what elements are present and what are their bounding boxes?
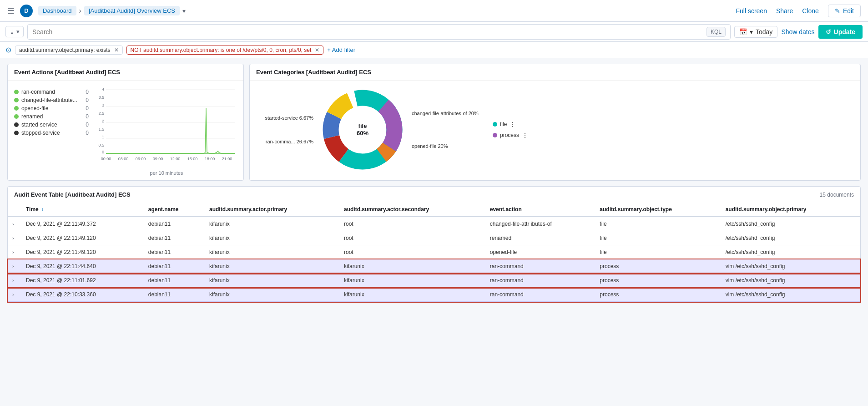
cell-agent: debian11	[144, 245, 205, 259]
cell-event-action: changed-file-attr ibutes-of	[485, 217, 595, 231]
save-icon: ⤓	[10, 28, 15, 35]
cell-actor-primary: kifarunix	[205, 288, 339, 302]
cell-object-primary: vim /etc/ssh/sshd_config	[721, 274, 860, 288]
search-bar: ⤓ ▾ KQL 📅 ▾ Today Show dates ↺ Update	[0, 22, 868, 42]
row-expand-btn[interactable]: ›	[12, 264, 14, 269]
chevron-down-icon[interactable]: ▾	[182, 7, 186, 15]
update-button[interactable]: ↺ Update	[818, 25, 863, 39]
filter-tag-2[interactable]: NOT auditd.summary.object.primary: is on…	[126, 46, 324, 55]
filter-tag-2-text: NOT auditd.summary.object.primary: is on…	[131, 47, 312, 53]
search-input-wrap: KQL	[27, 24, 731, 40]
svg-text:09:00: 09:00	[153, 157, 163, 161]
row-expand-btn[interactable]: ›	[12, 221, 14, 227]
th-time[interactable]: Time ↓	[21, 203, 144, 217]
outer-label-opened-file: opened-file 20%	[412, 143, 484, 149]
date-picker[interactable]: 📅 ▾ Today	[734, 26, 777, 38]
donut-legend-file-options[interactable]: ⋮	[510, 121, 516, 128]
svg-text:3: 3	[102, 103, 104, 107]
search-type-button[interactable]: ⤓ ▾	[5, 26, 24, 37]
event-actions-body: ran-command 0 changed-file-attribute... …	[8, 81, 243, 180]
filter-icon[interactable]: ⊙	[5, 46, 11, 54]
panels-row: Event Actions [Auditbeat Auditd] ECS ran…	[7, 64, 861, 181]
event-actions-chart: 4 3.5 3 2.5 2 1.5 1 0.5 0	[96, 85, 237, 176]
cell-agent: debian11	[144, 288, 205, 302]
kql-badge[interactable]: KQL	[707, 27, 726, 37]
row-expand-btn[interactable]: ›	[12, 278, 14, 283]
filter-bar: ⊙ auditd.summary.object.primary: exists …	[0, 42, 868, 58]
svg-text:3.5: 3.5	[98, 95, 104, 100]
refresh-icon: ↺	[826, 28, 831, 36]
filter-tag-1-close-icon[interactable]: ✕	[114, 47, 119, 53]
legend-item-4: started-service 0	[14, 122, 91, 128]
cell-time: Dec 9, 2021 @ 22:10:33.360	[21, 288, 144, 302]
th-actor-secondary[interactable]: auditd.summary.actor.secondary	[339, 203, 485, 217]
filter-tag-1[interactable]: auditd.summary.object.primary: exists ✕	[15, 46, 123, 55]
legend-dot-1	[14, 98, 19, 102]
donut-legend-process: process ⋮	[493, 132, 528, 139]
donut-legend-process-options[interactable]: ⋮	[522, 132, 528, 139]
share-link[interactable]: Share	[776, 7, 793, 15]
show-dates-button[interactable]: Show dates	[781, 28, 814, 36]
svg-text:0: 0	[102, 150, 104, 154]
svg-text:06:00: 06:00	[136, 157, 146, 161]
th-event-action[interactable]: event.action	[485, 203, 595, 217]
legend-dot-5	[14, 131, 19, 135]
cell-event-action: renamed	[485, 231, 595, 245]
top-nav: ☰ D Dashboard › [Auditbeat Auditd] Overv…	[0, 0, 868, 22]
svg-text:4: 4	[102, 87, 104, 91]
cell-agent: debian11	[144, 231, 205, 245]
cell-time: Dec 9, 2021 @ 22:11:49.120	[21, 245, 144, 259]
svg-text:2: 2	[102, 119, 104, 123]
audit-table-title: Audit Event Table [Auditbeat Auditd] ECS	[14, 191, 131, 198]
cell-object-type: file	[595, 217, 721, 231]
doc-count: 15 documents	[820, 192, 854, 198]
hamburger-icon[interactable]: ☰	[7, 6, 15, 16]
chevron-down-icon: ▾	[750, 28, 753, 36]
cell-actor-primary: kifarunix	[205, 245, 339, 259]
cell-agent: debian11	[144, 274, 205, 288]
table-header: Time ↓ agent.name auditd.summary.actor.p…	[8, 203, 860, 217]
table-row[interactable]: › Dec 9, 2021 @ 22:11:44.640 debian11 ki…	[8, 259, 860, 274]
breadcrumb-dashboard[interactable]: Dashboard	[38, 6, 76, 15]
cell-actor-secondary: kifarunix	[339, 259, 485, 274]
table-body: › Dec 9, 2021 @ 22:11:49.372 debian11 ki…	[8, 217, 860, 302]
cell-actor-secondary: root	[339, 217, 485, 231]
table-row[interactable]: › Dec 9, 2021 @ 22:11:49.372 debian11 ki…	[8, 217, 860, 231]
event-categories-panel: Event Categories [Auditbeat Auditd] ECS …	[249, 64, 861, 181]
table-row[interactable]: › Dec 9, 2021 @ 22:11:49.120 debian11 ki…	[8, 245, 860, 259]
fullscreen-link[interactable]: Full screen	[736, 7, 767, 15]
outer-label-changed-file: changed-file-attributes-of 20%	[412, 111, 484, 116]
cell-actor-primary: kifarunix	[205, 274, 339, 288]
add-filter-button[interactable]: + Add filter	[327, 46, 355, 53]
th-object-primary[interactable]: auditd.summary.object.primary	[721, 203, 860, 217]
th-expand	[8, 203, 21, 217]
svg-text:60%: 60%	[357, 130, 368, 137]
donut-legend-file-dot	[493, 122, 497, 127]
th-agent-name[interactable]: agent.name	[144, 203, 205, 217]
legend-dot-0	[14, 90, 19, 94]
table-row[interactable]: › Dec 9, 2021 @ 22:11:01.692 debian11 ki…	[8, 274, 860, 288]
cell-object-primary: /etc/ssh/sshd_config	[721, 217, 860, 231]
cell-object-primary: /etc/ssh/sshd_config	[721, 245, 860, 259]
cell-object-type: process	[595, 259, 721, 274]
edit-button[interactable]: ✎ Edit	[828, 5, 861, 17]
clone-link[interactable]: Clone	[802, 7, 819, 15]
table-row[interactable]: › Dec 9, 2021 @ 22:11:49.120 debian11 ki…	[8, 231, 860, 245]
filter-tag-2-close-icon[interactable]: ✕	[315, 47, 319, 53]
event-categories-title: Event Categories [Auditbeat Auditd] ECS	[250, 64, 860, 81]
th-object-type[interactable]: auditd.summary.object.type	[595, 203, 721, 217]
row-expand-btn[interactable]: ›	[12, 292, 14, 297]
donut-legend-process-dot	[493, 133, 497, 137]
legend-dot-3	[14, 114, 19, 119]
table-row[interactable]: › Dec 9, 2021 @ 22:10:33.360 debian11 ki…	[8, 288, 860, 302]
cell-time: Dec 9, 2021 @ 22:11:49.120	[21, 231, 144, 245]
legend-dot-4	[14, 122, 19, 127]
th-actor-primary[interactable]: auditd.summary.actor.primary	[205, 203, 339, 217]
event-actions-title: Event Actions [Auditbeat Auditd] ECS	[8, 64, 243, 81]
row-expand-btn[interactable]: ›	[12, 235, 14, 241]
cell-object-primary: vim /etc/ssh/sshd_config	[721, 259, 860, 274]
filter-tag-1-text: auditd.summary.object.primary: exists	[19, 47, 111, 53]
search-input[interactable]	[32, 28, 707, 36]
svg-text:12:00: 12:00	[170, 157, 181, 161]
row-expand-btn[interactable]: ›	[12, 249, 14, 255]
